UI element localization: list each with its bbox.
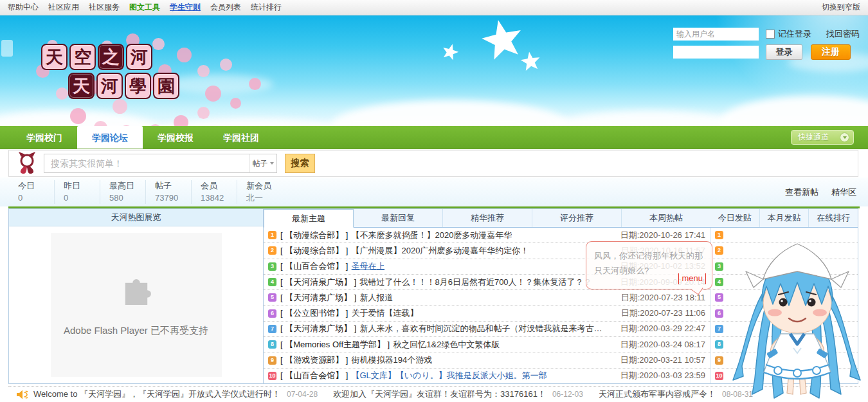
nav-tab[interactable]: 学园论坛 [77, 126, 143, 149]
threads-side-tab[interactable]: 本月发贴 [760, 209, 809, 227]
stats-link[interactable]: 查看新帖 [785, 187, 818, 198]
edge-widget[interactable] [1, 40, 13, 57]
threads-tab[interactable]: 本周热帖 [622, 209, 710, 227]
announcement-link[interactable]: 天河正式颁布军事内容戒严令！ [599, 388, 716, 400]
thread-title-link[interactable]: 关于爱情【连载】 [351, 307, 418, 319]
side-rank-badge: 9 [715, 356, 723, 365]
thread-title-link[interactable]: 我错过了什么！！！8月6日居然有近700人！？集体复活了？？ [359, 277, 592, 288]
thread-title-link[interactable]: 秋之回忆1&2绿色中文繁体版 [393, 339, 500, 351]
threads-main-tabs: 最新主题 最新回复 精华推荐 评分推荐 本周热帖 [264, 209, 710, 227]
thread-forum-link[interactable]: [ 【天河清泉广场】 ] [280, 292, 356, 304]
nav-tab[interactable]: 学园校门 [12, 126, 77, 149]
thread-title-link[interactable]: 新人来水，喜欢有时间沉淀的物品和帖子（对没错我就是来考古的） [359, 323, 609, 334]
thread-forum-link[interactable]: [ 【山百合会馆】 ] [280, 370, 348, 381]
thread-row-main: [ 【天河清泉广场】 ] 新人报道 [280, 292, 609, 304]
login-button[interactable]: 登录 [766, 44, 802, 60]
thread-date: 日期:2020-10-26 17:41 [609, 230, 710, 241]
register-button[interactable]: 注册 [811, 44, 851, 60]
announcement-date: 06-12-03 [552, 390, 583, 399]
thread-forum-link[interactable]: [ 【动漫综合部】 ] [280, 245, 348, 257]
logo-tile: 河 [96, 73, 123, 99]
star-icon [520, 50, 541, 71]
threads-tab[interactable]: 最新主题 [264, 209, 354, 228]
topbar-link[interactable]: 会员列表 [210, 2, 241, 13]
stat-label: 帖子 [155, 180, 182, 192]
green-divider [8, 206, 860, 208]
topbar-link[interactable]: 图文工具 [129, 2, 160, 13]
thread-forum-link[interactable]: [ 【Memories Off主题学部】 ] [280, 339, 390, 351]
thread-forum-link[interactable]: [ 【游戏资源部】 ] [280, 354, 348, 366]
side-rank-badge: 2 [715, 246, 723, 255]
side-rank-badge: 8 [715, 340, 723, 349]
remember-label: 记住登录 [778, 28, 811, 40]
thread-row-main: [ 【动漫综合部】 ] 【广州漫展】2020广州麽多动漫嘉年华约定你！ [280, 245, 609, 257]
remember-checkbox[interactable] [766, 30, 775, 39]
topbar-link[interactable]: 社区服务 [89, 2, 120, 13]
username-input[interactable] [673, 28, 759, 41]
bubble-menu-button[interactable]: menu [678, 273, 706, 284]
switch-narrow-link[interactable]: 切换到窄版 [822, 2, 860, 13]
threads-side-tabs: 今日发贴 本月发贴 在线排行 [710, 209, 858, 227]
logo-tile: 天 [41, 44, 68, 70]
search-scope-select[interactable]: 帖子 [249, 154, 276, 172]
threads-tab-strip: 最新主题 最新回复 精华推荐 评分推荐 本周热帖 今日发贴 本月发 [264, 209, 858, 228]
thread-forum-link[interactable]: [ 【山百合会馆】 ] [280, 260, 348, 272]
thread-title-link[interactable]: 【广州漫展】2020广州麽多动漫嘉年华约定你！ [351, 245, 529, 257]
nav-tab[interactable]: 学园校报 [143, 126, 208, 149]
search-bar: 帖子 搜索 [8, 150, 858, 177]
hotmap-title: 天河热图展览 [9, 209, 263, 226]
nav-tab[interactable]: 学园社团 [208, 126, 274, 149]
thread-title-link[interactable]: 街机模拟器194个游戏 [351, 354, 432, 366]
squid-girl-mascot[interactable] [727, 240, 868, 402]
quick-nav-dropdown[interactable]: 快捷通道 [791, 130, 854, 145]
hotmap-body: Adobe Flash Player 已不再受支持 [9, 226, 263, 383]
thread-row-main: [ 【天河清泉广场】 ] 新人来水，喜欢有时间沉淀的物品和帖子（对没错我就是来考… [280, 323, 609, 334]
threads-side-tab[interactable]: 今日发贴 [710, 209, 760, 227]
thread-forum-link[interactable]: [ 【天河清泉广场】 ] [280, 277, 356, 288]
topbar-link[interactable]: 统计排行 [251, 2, 282, 13]
threads-side-tab[interactable]: 在线排行 [809, 209, 858, 227]
search-scope-label: 帖子 [253, 158, 268, 169]
stat-value: 北一 [246, 192, 273, 205]
announcement-date: 07-04-28 [287, 390, 318, 399]
stat-value: 73790 [155, 192, 182, 205]
thread-title-link[interactable]: 新人报道 [359, 292, 393, 304]
rank-badge: 5 [268, 293, 276, 302]
stats-items: 今日 0 昨日 0 最高日 580 帖子 73790 [18, 180, 291, 205]
announcement-link[interactable]: 欢迎加入『天河学园』友谊群！友谊群号为：33176161！ [333, 388, 546, 400]
thread-date: 日期:2020-03-24 08:17 [609, 339, 710, 351]
thread-forum-link[interactable]: [ 【天河清泉广场】 ] [280, 323, 356, 334]
rank-badge: 7 [268, 325, 276, 333]
site-logo-line2[interactable]: 天 河 學 園 [68, 73, 181, 99]
chevron-down-icon [270, 162, 274, 165]
stat-item: 昨日 0 [64, 180, 100, 205]
thread-title-link[interactable]: 【GL文库】【いのり。】我推是反派大小姐。第一部 [351, 370, 547, 381]
rank-badge: 2 [268, 246, 276, 255]
stat-label: 昨日 [64, 180, 91, 192]
forum-stats-bar: 今日 0 昨日 0 最高日 580 帖子 73790 [0, 178, 868, 206]
search-input[interactable] [44, 154, 277, 173]
threads-tab[interactable]: 精华推荐 [443, 209, 532, 227]
thread-title-link[interactable]: 圣母在上 [351, 260, 384, 272]
topbar-link[interactable]: 学生守则 [170, 2, 201, 13]
threads-tab[interactable]: 最新回复 [354, 209, 443, 227]
forgot-password-link[interactable]: 找回密码 [826, 28, 860, 40]
thread-row-main: [ 【动漫综合部】 ] 【不来麽多就捣蛋！】2020麽多动漫嘉年华 [280, 230, 609, 241]
stat-value: 0 [18, 192, 45, 205]
forum-mascot-magnifier-icon [17, 152, 37, 175]
threads-tab[interactable]: 评分推荐 [532, 209, 622, 227]
logo-tile: 之 [98, 44, 124, 70]
search-button[interactable]: 搜索 [285, 154, 315, 173]
thread-title-link[interactable]: 【不来麽多就捣蛋！】2020麽多动漫嘉年华 [351, 230, 512, 241]
announcement-link[interactable]: Welcome to 『天河学园』，『天河学园』开放式入学仪式进行时！ [33, 388, 280, 400]
cloud [145, 118, 357, 126]
site-logo-line1[interactable]: 天 空 之 河 [41, 44, 154, 70]
thread-date: 日期:2020-03-29 22:47 [609, 323, 710, 334]
topbar-link[interactable]: 帮助中心 [8, 2, 39, 13]
thread-forum-link[interactable]: [ 【动漫综合部】 ] [280, 230, 348, 241]
password-input[interactable] [673, 46, 759, 59]
stats-link[interactable]: 精华区 [831, 187, 856, 198]
announcement-item: 欢迎加入『天河学园』友谊群！友谊群号为：33176161！ 06-12-03 [333, 388, 599, 400]
topbar-link[interactable]: 社区应用 [48, 2, 79, 13]
thread-forum-link[interactable]: [ 【公立图书馆】 ] [280, 307, 348, 319]
